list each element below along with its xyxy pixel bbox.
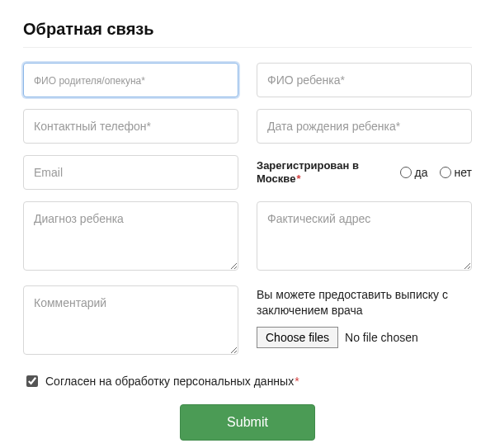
child-dob-input[interactable] [257,109,472,144]
address-field [257,201,472,274]
comment-input[interactable] [23,285,238,355]
submit-wrap: Submit [23,404,472,441]
file-status-text: No file chosen [345,331,418,344]
choose-files-button[interactable]: Choose files [257,327,338,348]
submit-button[interactable]: Submit [180,404,315,441]
address-input[interactable] [257,201,472,271]
email-input[interactable] [23,155,238,190]
consent-checkbox[interactable] [26,375,38,387]
moscow-yes-radio[interactable] [400,167,412,178]
child-name-field [257,63,472,97]
diagnosis-input[interactable] [23,201,238,271]
moscow-no-label: нет [455,166,472,179]
page-title: Обратная связь [23,20,472,39]
diagnosis-field [23,201,238,274]
moscow-yes-option[interactable]: да [400,166,428,179]
comment-field [23,285,238,358]
consent-label-text: Согласен на обработку персональных данны… [45,375,294,388]
title-divider [23,47,472,48]
moscow-yes-label: да [415,166,428,179]
phone-input[interactable] [23,109,238,144]
parent-name-input[interactable] [23,63,238,97]
required-marker [294,375,299,388]
required-marker [295,172,300,185]
feedback-form: Зарегистрирован в Москве да нет Вы может… [23,63,472,358]
upload-caption: Вы можете предоставить выписку с заключе… [257,287,472,318]
child-dob-field [257,109,472,144]
moscow-registration-label-text: Зарегистрирован в Москве [257,159,359,185]
consent-label: Согласен на обработку персональных данны… [45,375,299,388]
child-name-input[interactable] [257,63,472,97]
moscow-registration-options: да нет [400,166,472,179]
file-picker: Choose files No file chosen [257,327,472,348]
moscow-registration-row: Зарегистрирован в Москве да нет [257,155,472,190]
upload-block: Вы можете предоставить выписку с заключе… [257,285,472,358]
consent-row: Согласен на обработку персональных данны… [23,373,472,389]
moscow-registration-label: Зарегистрирован в Москве [257,159,372,186]
moscow-no-radio[interactable] [440,167,451,178]
parent-name-field [23,63,238,97]
phone-field [23,109,238,144]
moscow-no-option[interactable]: нет [440,166,472,179]
email-field [23,155,238,190]
